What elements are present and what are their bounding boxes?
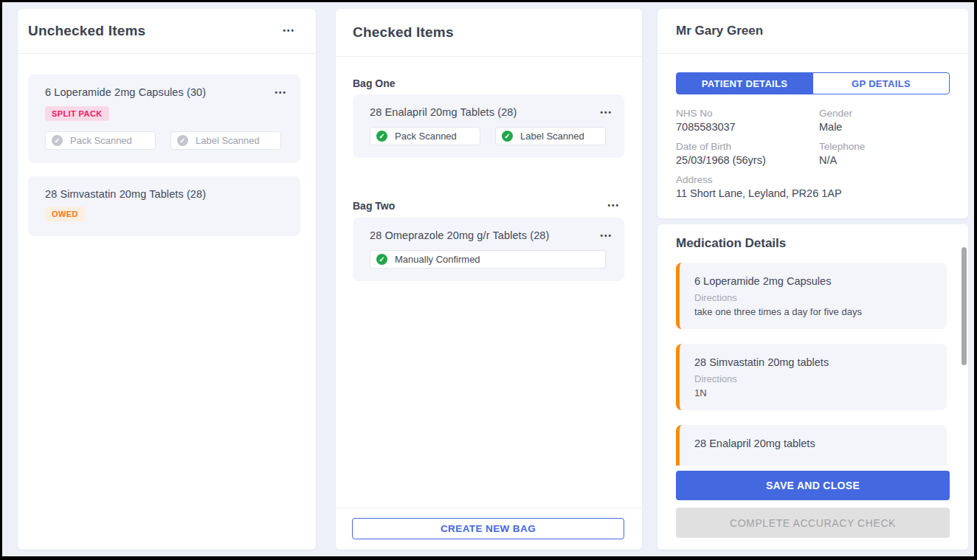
medication-name: 6 Loperamide 2mg Capsules [694, 275, 932, 287]
field-telephone: Telephone N/A [819, 141, 950, 166]
medication-panel: Medication Details 6 Loperamide 2mg Caps… [657, 224, 968, 550]
item-name: 28 Omeprazole 20mg g/r Tablets (28) [370, 229, 549, 241]
tab-patient-details[interactable]: PATIENT DETAILS [676, 72, 813, 94]
checked-items-panel: Checked Items Bag One 28 Enalapril 20mg … [336, 9, 642, 550]
directions-text: take one three times a day for five days [694, 306, 932, 317]
field-address: Address 11 Short Lane, Leyland, PR26 1AP [676, 174, 950, 199]
header-divider [657, 53, 968, 54]
medication-name: 28 Simvastatin 20mg tablets [694, 356, 932, 368]
manually-confirmed-chip[interactable]: ✓ Manually Confirmed [370, 250, 606, 269]
patient-header: Mr Gary Green [657, 9, 968, 53]
item-name: 28 Simvastatin 20mg Tablets (28) [45, 188, 206, 200]
patient-tabs: PATIENT DETAILS GP DETAILS [676, 72, 950, 94]
check-icon: ✓ [376, 254, 387, 265]
footer-divider [336, 508, 642, 508]
item-menu-icon[interactable]: ••• [598, 106, 614, 120]
bag-one-label: Bag One [353, 77, 396, 89]
bag-one-section: Bag One 28 Enalapril 20mg Tablets (28) •… [336, 77, 642, 158]
complete-accuracy-check-button[interactable]: COMPLETE ACCURACY CHECK [676, 508, 950, 538]
checked-item-enalapril[interactable]: 28 Enalapril 20mg Tablets (28) ••• ✓ Pac… [353, 94, 624, 158]
field-value: 11 Short Lane, Leyland, PR26 1AP [676, 187, 950, 199]
patient-panel: Mr Gary Green PATIENT DETAILS GP DETAILS… [657, 9, 968, 218]
field-value: N/A [819, 154, 950, 166]
unchecked-items-header: Unchecked Items ••• [18, 9, 316, 53]
field-date-of-birth: Date of Birth 25/03/1968 (56yrs) [676, 141, 819, 166]
medication-title: Medication Details [676, 236, 786, 251]
header-divider [336, 56, 642, 57]
save-and-close-button[interactable]: SAVE AND CLOSE [676, 471, 950, 500]
field-gender: Gender Male [819, 108, 950, 133]
unchecked-item-simvastatin[interactable]: 28 Simvastatin 20mg Tablets (28) OWED [28, 176, 300, 236]
create-new-bag-button[interactable]: CREATE NEW BAG [352, 518, 624, 539]
item-name: 28 Enalapril 20mg Tablets (28) [370, 106, 517, 118]
field-label: Address [676, 174, 950, 185]
pack-scanned-chip[interactable]: ✓ Pack Scanned [45, 131, 156, 150]
unchecked-items-title: Unchecked Items [28, 23, 145, 39]
field-label: Gender [819, 108, 950, 119]
unchecked-items-menu-icon[interactable]: ••• [281, 24, 297, 38]
item-menu-icon[interactable]: ••• [273, 86, 289, 100]
unchecked-item-loperamide[interactable]: 6 Loperamide 2mg Capsules (30) ••• SPLIT… [28, 75, 300, 163]
medication-item-simvastatin[interactable]: 28 Simvastatin 20mg tablets Directions 1… [676, 344, 947, 410]
scrollbar-thumb[interactable] [962, 247, 967, 365]
field-nhs-no: NHS No 7085583037 [676, 108, 819, 133]
patient-fields: NHS No 7085583037 Gender Male Date of Bi… [676, 108, 950, 199]
field-label: NHS No [676, 108, 819, 119]
chip-label: Label Scanned [196, 135, 260, 146]
medication-item-loperamide[interactable]: 6 Loperamide 2mg Capsules Directions tak… [676, 263, 947, 329]
checked-items-title: Checked Items [353, 24, 454, 41]
pack-scanned-chip[interactable]: ✓ Pack Scanned [370, 127, 480, 145]
check-icon: ✓ [502, 131, 513, 142]
chip-label: Pack Scanned [70, 135, 132, 146]
check-icon: ✓ [376, 131, 387, 142]
unchecked-items-panel: Unchecked Items ••• 6 Loperamide 2mg Cap… [18, 9, 316, 550]
unchecked-items-list: 6 Loperamide 2mg Capsules (30) ••• SPLIT… [18, 54, 316, 236]
checked-items-footer: CREATE NEW BAG [336, 508, 642, 550]
checked-item-omeprazole[interactable]: 28 Omeprazole 20mg g/r Tablets (28) ••• … [353, 218, 624, 281]
field-label: Telephone [819, 141, 950, 152]
tab-gp-details[interactable]: GP DETAILS [813, 72, 950, 94]
field-value: 7085583037 [676, 121, 819, 133]
check-icon: ✓ [177, 135, 188, 146]
medication-name: 28 Enalapril 20mg tablets [694, 438, 932, 449]
split-pack-badge: SPLIT PACK [45, 106, 109, 121]
label-scanned-chip[interactable]: ✓ Label Scanned [495, 127, 606, 145]
owed-badge: OWED [45, 207, 85, 221]
check-icon: ✓ [52, 135, 63, 146]
bag-two-label: Bag Two [353, 200, 395, 212]
directions-label: Directions [694, 292, 932, 303]
item-name: 6 Loperamide 2mg Capsules (30) [45, 86, 206, 98]
chip-label: Pack Scanned [395, 131, 457, 142]
bag-two-menu-icon[interactable]: ••• [606, 199, 621, 212]
field-value: Male [819, 121, 950, 133]
field-value: 25/03/1968 (56yrs) [676, 154, 819, 166]
action-footer: SAVE AND CLOSE COMPLETE ACCURACY CHECK [657, 466, 968, 550]
patient-name: Mr Gary Green [676, 24, 763, 38]
checked-items-header: Checked Items [336, 9, 642, 56]
directions-text: 1N [694, 387, 932, 398]
chip-label: Manually Confirmed [395, 254, 480, 265]
field-label: Date of Birth [676, 141, 819, 152]
bag-two-section: Bag Two ••• 28 Omeprazole 20mg g/r Table… [336, 199, 642, 281]
label-scanned-chip[interactable]: ✓ Label Scanned [170, 131, 281, 150]
item-menu-icon[interactable]: ••• [598, 229, 614, 243]
app-window: Unchecked Items ••• 6 Loperamide 2mg Cap… [0, 0, 977, 560]
directions-label: Directions [694, 373, 932, 384]
chip-label: Label Scanned [520, 131, 584, 142]
